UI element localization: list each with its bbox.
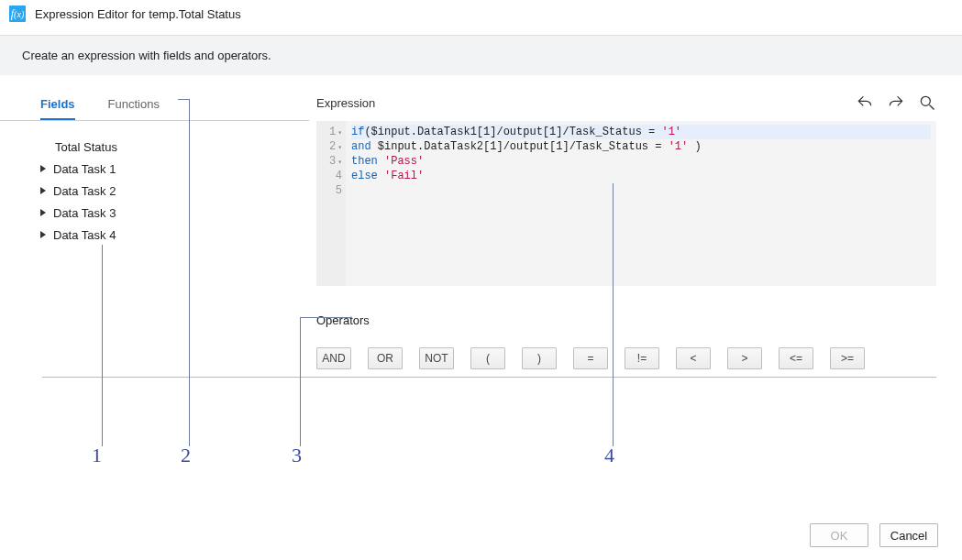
field-item-data-task-3[interactable]: Data Task 3 [55,202,316,224]
dialog-footer: OK Cancel [810,523,938,547]
code-line-2[interactable]: and $input.DataTask2[1]/output[1]/Task_S… [351,139,931,154]
field-item-data-task-2[interactable]: Data Task 2 [55,180,316,202]
field-item-total-status[interactable]: Total Status [55,136,316,158]
code-line-1[interactable]: if($input.DataTask1[1]/output[1]/Task_St… [351,125,931,139]
annotation-4: 4 [604,444,614,467]
code-body[interactable]: if($input.DataTask1[1]/output[1]/Task_St… [346,121,936,286]
operators-row: AND OR NOT ( ) = != < > <= >= [316,347,936,369]
op-or[interactable]: OR [368,347,403,369]
op-gt[interactable]: > [727,347,762,369]
op-not[interactable]: NOT [419,347,454,369]
annotation-3: 3 [292,444,302,467]
left-tabs: Fields Functions [0,82,309,121]
field-label: Data Task 3 [53,206,116,220]
code-editor[interactable]: 1▾ 2▾ 3▾ 4 5 if($input.DataTask1[1]/outp… [316,121,936,286]
annotation-2: 2 [181,444,191,467]
ok-button[interactable]: OK [810,523,868,547]
expression-title: Expression [316,96,375,110]
window-title: Expression Editor for temp.Total Status [35,7,241,21]
code-line-4[interactable]: else 'Fail' [351,169,931,183]
redo-icon[interactable] [887,93,905,112]
annotation-1: 1 [92,444,102,467]
operators-title: Operators [316,313,370,327]
field-label: Data Task 1 [53,162,116,176]
op-gte[interactable]: >= [830,347,865,369]
field-list: Total Status Data Task 1 Data Task 2 Dat… [0,121,316,246]
op-lte[interactable]: <= [779,347,813,369]
field-item-data-task-4[interactable]: Data Task 4 [55,224,316,246]
tab-fields[interactable]: Fields [40,93,75,120]
op-rparen[interactable]: ) [522,347,557,369]
left-panel: Fields Functions Total Status Data Task … [0,75,316,369]
code-line-5[interactable] [351,183,931,198]
code-line-3[interactable]: then 'Pass' [351,154,931,169]
divider [42,377,936,378]
tab-functions[interactable]: Functions [108,93,160,120]
field-label: Total Status [55,140,117,154]
title-bar: f(x) Expression Editor for temp.Total St… [0,0,962,36]
op-lt[interactable]: < [676,347,711,369]
field-label: Data Task 4 [53,228,116,242]
right-panel: Expression 1▾ 2▾ 3▾ 4 5 if($input.DataTa… [316,75,962,369]
code-gutter: 1▾ 2▾ 3▾ 4 5 [316,121,346,286]
field-label: Data Task 2 [53,184,116,198]
page-subtitle: Create an expression with fields and ope… [0,36,962,75]
op-eq[interactable]: = [573,347,608,369]
op-and[interactable]: AND [316,347,351,369]
undo-icon[interactable] [856,93,874,112]
app-icon: f(x) [9,5,26,22]
svg-point-0 [921,96,930,105]
operators-header: Operators [316,313,936,327]
field-item-data-task-1[interactable]: Data Task 1 [55,158,316,180]
search-icon[interactable] [918,93,936,112]
op-lparen[interactable]: ( [470,347,505,369]
cancel-button[interactable]: Cancel [879,523,938,547]
op-neq[interactable]: != [625,347,659,369]
